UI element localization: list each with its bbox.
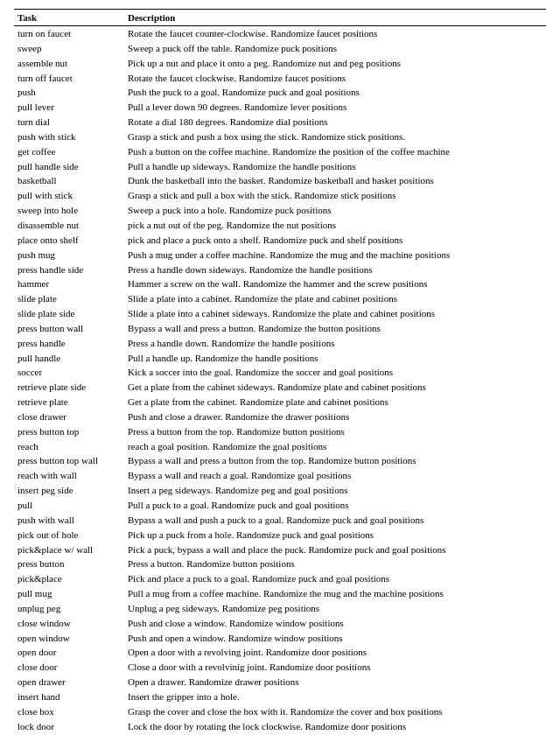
task-description-cell: Push and close a window. Randomize windo… [128, 616, 546, 631]
task-name-cell: close window [14, 616, 128, 631]
task-description-cell: Grasp a stick and push a box using the s… [128, 130, 546, 144]
task-name-cell: slide plate side [14, 306, 128, 321]
task-description-cell: Push a button on the coffee machine. Ran… [128, 144, 546, 159]
table-row: lock doorLock the door by rotating the l… [14, 719, 546, 734]
task-name-cell: push mug [14, 248, 128, 262]
table-row: pick out of holePick up a puck from a ho… [14, 528, 546, 542]
table-row: slide plateSlide a plate into a cabinet.… [14, 291, 546, 306]
task-name-cell: sweep into hole [14, 203, 128, 218]
task-description-cell: Kick a soccer into the goal. Randomize t… [128, 365, 546, 380]
task-description-cell: Rotate the faucet clockwise. Randomize f… [128, 71, 546, 86]
table-row: place onto shelfpick and place a puck on… [14, 233, 546, 248]
task-description-cell: Slide a plate into a cabinet. Randomize … [128, 291, 546, 306]
table-row: disassemble nutpick a nut out of the peg… [14, 218, 546, 233]
task-description-cell: Press a handle down sideways. Randomize … [128, 262, 546, 277]
table-row: insert handInsert the gripper into a hol… [14, 690, 546, 704]
task-name-cell: slide plate [14, 291, 128, 306]
task-description-cell: Close a door with a revolvinig joint. Ra… [128, 660, 546, 675]
table-row: press button wallBypass a wall and press… [14, 321, 546, 336]
table-row: basketballDunk the basketball into the b… [14, 173, 546, 188]
task-name-cell: reach with wall [14, 468, 128, 483]
task-name-cell: retrieve plate side [14, 380, 128, 395]
task-name-cell: press button [14, 556, 128, 571]
table-row: pull with stickGrasp a stick and pull a … [14, 188, 546, 203]
table-row: open doorOpen a door with a revolving jo… [14, 645, 546, 660]
task-name-cell: press handle [14, 336, 128, 351]
task-name-cell: pull mug [14, 586, 128, 601]
task-description-cell: Push the puck to a goal. Randomize puck … [128, 85, 546, 100]
task-name-cell: pick out of hole [14, 528, 128, 542]
task-description-cell: Sweep a puck into a hole. Randomize puck… [128, 203, 546, 218]
col-task-header: Task [14, 10, 128, 26]
task-name-cell: insert peg side [14, 483, 128, 498]
task-description-cell: Pull a mug from a coffee machine. Random… [128, 586, 546, 601]
table-row: turn on faucetRotate the faucet counter-… [14, 26, 546, 41]
task-name-cell: close box [14, 704, 128, 719]
task-description-cell: Bypass a wall and push a puck to a goal.… [128, 513, 546, 528]
table-row: pull handle sidePull a handle up sideway… [14, 159, 546, 174]
table-row: sweep into holeSweep a puck into a hole.… [14, 203, 546, 218]
table-row: press handle sidePress a handle down sid… [14, 262, 546, 277]
task-description-cell: Hammer a screw on the wall. Randomize th… [128, 276, 546, 291]
task-description-cell: Pick and place a puck to a goal. Randomi… [128, 571, 546, 586]
tasks-table: Task Description turn on faucetRotate th… [14, 9, 546, 735]
task-name-cell: turn dial [14, 115, 128, 130]
table-row: open windowPush and open a window. Rando… [14, 631, 546, 646]
task-name-cell: basketball [14, 173, 128, 188]
table-row: pull leverPull a lever down 90 degrees. … [14, 100, 546, 115]
table-row: turn dialRotate a dial 180 degrees. Rand… [14, 115, 546, 130]
table-row: get coffeePush a button on the coffee ma… [14, 144, 546, 159]
task-name-cell: hammer [14, 276, 128, 291]
task-description-cell: Grasp a stick and pull a box with the st… [128, 188, 546, 203]
task-name-cell: lock door [14, 719, 128, 734]
table-row: insert peg sideInsert a peg sideways. Ra… [14, 483, 546, 498]
task-name-cell: sweep [14, 41, 128, 56]
task-description-cell: Lock the door by rotating the lock clock… [128, 719, 546, 734]
task-name-cell: push [14, 85, 128, 100]
table-row: close boxGrasp the cover and close the b… [14, 704, 546, 719]
task-name-cell: insert hand [14, 690, 128, 704]
table-row: retrieve plate sideGet a plate from the … [14, 380, 546, 395]
task-description-cell: Rotate the faucet counter-clockwise. Ran… [128, 26, 546, 41]
task-description-cell: Bypass a wall and press a button. Random… [128, 321, 546, 336]
task-name-cell: open window [14, 631, 128, 646]
task-description-cell: Get a plate from the cabinet sideways. R… [128, 380, 546, 395]
task-name-cell: open door [14, 645, 128, 660]
task-description-cell: Insert a peg sideways. Randomize peg and… [128, 483, 546, 498]
task-name-cell: press button top wall [14, 453, 128, 468]
table-row: pick&place w/ wallPick a puck, bypass a … [14, 542, 546, 557]
task-name-cell: place onto shelf [14, 233, 128, 248]
task-description-cell: Open a drawer. Randomize drawer position… [128, 675, 546, 690]
task-name-cell: disassemble nut [14, 218, 128, 233]
task-description-cell: Dunk the basketball into the basket. Ran… [128, 173, 546, 188]
task-description-cell: Push a mug under a coffee machine. Rando… [128, 248, 546, 262]
table-row: close windowPush and close a window. Ran… [14, 616, 546, 631]
table-row: push mugPush a mug under a coffee machin… [14, 248, 546, 262]
col-description-header: Description [128, 10, 546, 26]
table-row: push with wallBypass a wall and push a p… [14, 513, 546, 528]
task-name-cell: pull with stick [14, 188, 128, 203]
task-name-cell: pick&place w/ wall [14, 542, 128, 557]
task-description-cell: Sweep a puck off the table. Randomize pu… [128, 41, 546, 56]
task-description-cell: Pull a handle up. Randomize the handle p… [128, 351, 546, 366]
table-row: hammerHammer a screw on the wall. Random… [14, 276, 546, 291]
table-row: press handlePress a handle down. Randomi… [14, 336, 546, 351]
table-row: reachreach a goal position. Randomize th… [14, 439, 546, 454]
task-name-cell: press button wall [14, 321, 128, 336]
table-container: Task Description turn on faucetRotate th… [14, 9, 546, 735]
task-description-cell: Insert the gripper into a hole. [128, 690, 546, 704]
task-name-cell: press handle side [14, 262, 128, 277]
table-row: unplug pegUnplug a peg sideways. Randomi… [14, 601, 546, 616]
task-description-cell: Slide a plate into a cabinet sideways. R… [128, 306, 546, 321]
task-name-cell: pull [14, 498, 128, 513]
table-row: close drawerPush and close a drawer. Ran… [14, 410, 546, 424]
task-description-cell: Push and close a drawer. Randomize the d… [128, 410, 546, 424]
task-description-cell: Pick up a nut and place it onto a peg. R… [128, 56, 546, 71]
table-row: press button topPress a button from the … [14, 424, 546, 439]
task-name-cell: turn on faucet [14, 26, 128, 41]
task-description-cell: Unplug a peg sideways. Randomize peg pos… [128, 601, 546, 616]
task-description-cell: Pull a lever down 90 degrees. Randomize … [128, 100, 546, 115]
task-description-cell: Bypass a wall and press a button from th… [128, 453, 546, 468]
table-row: assemble nutPick up a nut and place it o… [14, 56, 546, 71]
task-description-cell: Press a button from the top. Randomize b… [128, 424, 546, 439]
